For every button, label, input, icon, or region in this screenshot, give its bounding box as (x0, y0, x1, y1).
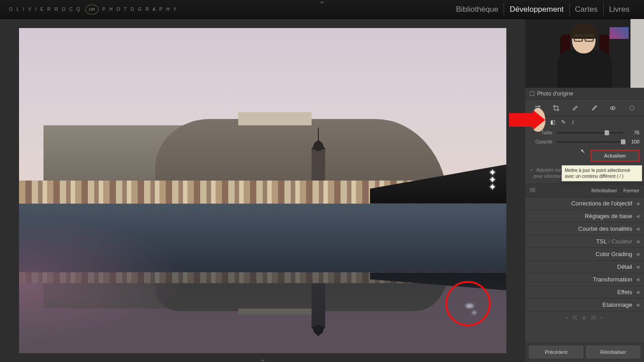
panel-basic[interactable]: Réglages de base◀ (525, 210, 644, 223)
panel-list: Corrections de l'objectif◀ Réglages de b… (525, 197, 644, 324)
panel-calibration[interactable]: Etalonnage◀ (525, 299, 644, 311)
original-checkbox[interactable] (530, 91, 534, 96)
tab-books[interactable]: Livres (604, 3, 635, 16)
reset-button[interactable]: Réinitialiser (586, 346, 640, 358)
tab-maps[interactable]: Cartes (570, 3, 604, 16)
top-panel-toggle-icon[interactable] (320, 2, 324, 4)
tool-close-link[interactable]: Fermer (624, 188, 639, 193)
tab-develop[interactable]: Développement (504, 3, 569, 16)
canvas-area: ✦✦✦ (0, 19, 525, 362)
collapse-icon: ◀ (636, 277, 639, 282)
refresh-row: Actualiser ↖ (525, 146, 644, 165)
panel-tsl-color[interactable]: TSL / Couleur◀ (525, 235, 644, 248)
eyedropper-tool-icon[interactable] (589, 104, 599, 112)
svg-point-0 (538, 106, 540, 107)
collapse-icon: ◀ (636, 226, 639, 231)
stamp-icon[interactable]: ⟟ (572, 119, 579, 125)
photo-preview[interactable]: ✦✦✦ (19, 28, 506, 353)
tool-footer-row: Réinitialiser Fermer (525, 184, 644, 197)
collapse-icon: ◀ (636, 264, 639, 269)
size-slider-row: Taille 76 (525, 128, 644, 137)
previous-button[interactable]: Précédent (529, 346, 583, 358)
refresh-tooltip: Mettre à jour le point sélectionné avec … (562, 165, 642, 181)
svg-rect-2 (573, 106, 577, 110)
main-area: ✦✦✦ Photo d'origine (0, 19, 644, 362)
tab-library[interactable]: Bibliothèque (451, 3, 505, 16)
cursor-icon: ↖ (581, 148, 585, 154)
eraser-icon[interactable]: ◧ (550, 119, 557, 125)
brand-logo: OR (85, 5, 99, 14)
hint-area: ✓ Appuyez sur la to pour sélectionner Me… (525, 165, 644, 184)
svg-point-5 (630, 106, 634, 110)
redeye-tool-icon[interactable] (608, 104, 618, 112)
brand-left: O L I V I E R R O C Q (9, 7, 82, 12)
original-photo-row[interactable]: Photo d'origine (525, 88, 644, 100)
original-label: Photo d'origine (537, 90, 573, 97)
crop-tool-icon[interactable] (551, 104, 561, 112)
sidebar-footer: Précédent Réinitialiser (525, 342, 644, 362)
heal-tool-icon[interactable] (570, 104, 580, 112)
panel-tone-curve[interactable]: Courbe des tonalités◀ (525, 223, 644, 235)
right-panel: Photo d'origine Mode : ◧ ✎ ⟟ Taille 76 O… (525, 19, 644, 362)
bottom-panel-toggle-icon[interactable] (260, 359, 265, 361)
sidebar-spacer (525, 324, 644, 342)
svg-point-4 (612, 108, 614, 109)
annotation-arrow (509, 113, 532, 127)
svg-point-3 (610, 107, 615, 110)
opacity-slider-row: Opacité 100 (525, 137, 644, 146)
size-value: 76 (627, 130, 639, 135)
check-icon: ✓ (530, 167, 533, 172)
collapse-icon: ◀ (636, 214, 639, 219)
brush-icon[interactable]: ✎ (561, 119, 568, 125)
panel-lens-corrections[interactable]: Corrections de l'objectif◀ (525, 197, 644, 210)
panel-detail[interactable]: Détail◀ (525, 261, 644, 273)
panel-switch-icon[interactable] (530, 188, 535, 192)
annotation-circle (445, 281, 490, 326)
presenter-figure (557, 22, 612, 85)
opacity-value: 100 (627, 139, 639, 144)
collapse-icon: ◀ (636, 239, 639, 244)
panel-end-ornament: • ⌘ ❦ ⌘ • (525, 311, 644, 324)
tool-reset-link[interactable]: Réinitialiser (591, 188, 617, 193)
panel-transform[interactable]: Transformation◀ (525, 273, 644, 286)
module-tabs: Bibliothèque Développement Cartes Livres (451, 3, 635, 16)
brand-right: P H O T O G R A P H Y (102, 7, 178, 12)
opacity-label: Opacité (530, 139, 553, 144)
identity-plate: O L I V I E R R O C Q OR P H O T O G R A… (9, 5, 178, 14)
collapse-icon: ◀ (636, 252, 639, 257)
panel-effects[interactable]: Effets◀ (525, 286, 644, 299)
webcam-overlay (525, 19, 644, 88)
collapse-icon: ◀ (636, 302, 639, 307)
opacity-slider[interactable] (556, 141, 623, 143)
collapse-icon: ◀ (636, 201, 639, 206)
collapse-icon: ◀ (636, 290, 639, 295)
mask-tool-icon[interactable] (627, 104, 637, 112)
size-slider[interactable] (556, 132, 623, 133)
panel-color-grading[interactable]: Color Grading◀ (525, 248, 644, 261)
refresh-button[interactable]: Actualiser (591, 150, 639, 162)
